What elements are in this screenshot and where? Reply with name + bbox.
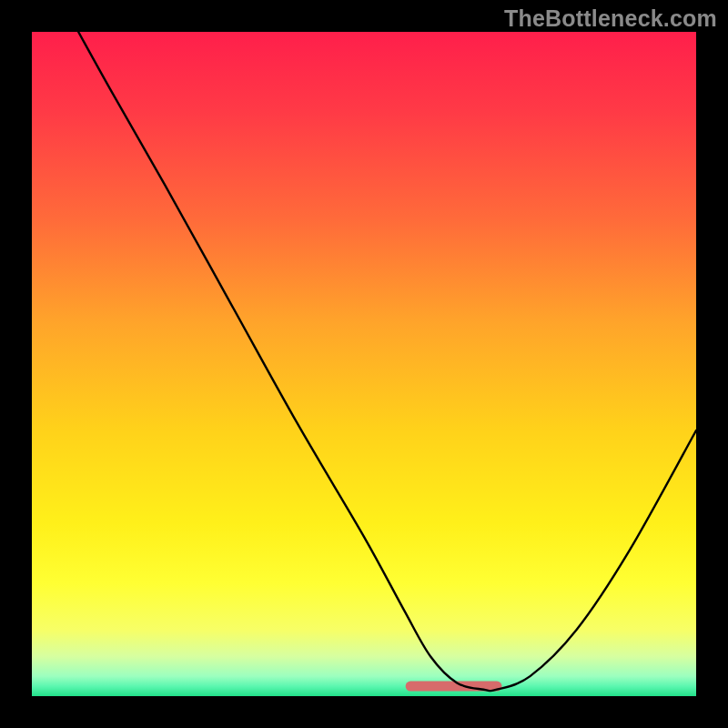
watermark-text: TheBottleneck.com — [504, 5, 717, 32]
chart-frame: TheBottleneck.com — [0, 0, 728, 728]
curve-layer — [32, 32, 696, 696]
plot-area — [32, 32, 696, 696]
bottleneck-curve-path — [78, 32, 696, 691]
